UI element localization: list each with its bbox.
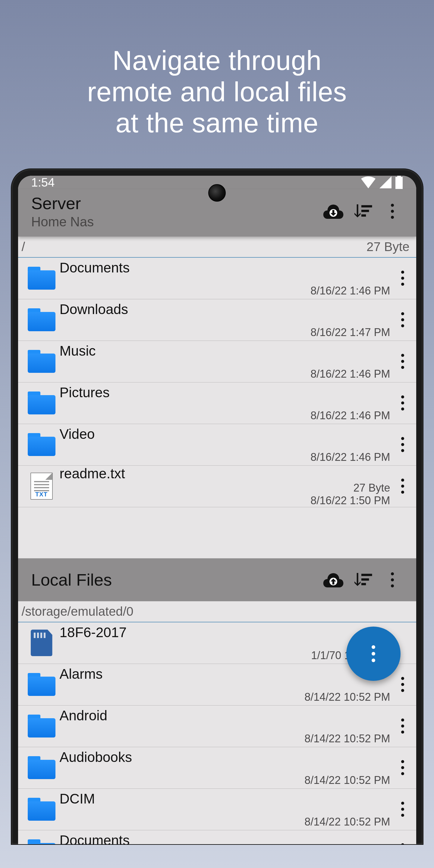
file-row[interactable]: Pictures8/16/22 1:46 PM <box>18 382 416 424</box>
file-main: Alarms8/14/22 10:52 PM <box>60 664 395 705</box>
row-more-button[interactable] <box>395 299 411 341</box>
file-meta: 8/16/22 1:46 PM <box>60 451 395 464</box>
file-main: DCIM8/14/22 10:52 PM <box>60 789 395 830</box>
more-vert-icon <box>401 478 404 494</box>
file-row[interactable]: Video8/16/22 1:46 PM <box>18 424 416 466</box>
file-icon-cell <box>24 267 60 290</box>
txt-file-icon: TXT <box>30 472 53 500</box>
cloud-download-button[interactable] <box>323 201 344 222</box>
file-name: Documents <box>60 832 395 844</box>
more-vert-icon <box>401 843 404 844</box>
file-main: Music8/16/22 1:46 PM <box>60 341 395 382</box>
file-row[interactable]: Audiobooks8/14/22 10:52 PM <box>18 747 416 789</box>
file-name: 18F6-2017 <box>60 624 395 641</box>
promo-line: Navigate through <box>113 45 321 76</box>
sort-button[interactable] <box>352 569 373 590</box>
file-date: 8/14/22 10:52 PM <box>304 774 390 786</box>
sort-icon <box>353 203 372 220</box>
phone-frame: 1:54 Server Home Nas / <box>11 169 423 844</box>
server-path-bar[interactable]: / 27 Byte <box>18 237 416 258</box>
file-date: 8/14/22 10:52 PM <box>304 815 390 828</box>
row-more-button[interactable] <box>395 664 411 705</box>
file-meta: 8/14/22 10:52 PM <box>60 815 395 828</box>
file-main: Android8/14/22 10:52 PM <box>60 706 395 747</box>
file-date: 8/16/22 1:46 PM <box>310 368 390 380</box>
file-meta: 8/16/22 1:46 PM <box>60 368 395 380</box>
more-vert-icon <box>401 718 404 734</box>
file-name: DCIM <box>60 790 395 807</box>
more-button[interactable] <box>382 569 403 590</box>
folder-icon <box>28 673 56 696</box>
local-path: /storage/emulated/0 <box>22 604 133 619</box>
more-vert-icon <box>401 271 404 286</box>
file-icon-cell <box>24 350 60 373</box>
folder-icon <box>28 267 56 290</box>
phone-screen: 1:54 Server Home Nas / <box>18 176 416 844</box>
file-row[interactable]: TXTreadme.txt27 Byte8/16/22 1:50 PM <box>18 466 416 507</box>
file-name: Video <box>60 426 395 442</box>
file-icon-cell <box>24 392 60 414</box>
file-row[interactable]: Downloads8/16/22 1:47 PM <box>18 299 416 341</box>
file-date: 8/14/22 10:52 PM <box>304 691 390 704</box>
folder-icon <box>28 433 56 456</box>
row-more-button[interactable] <box>395 341 411 382</box>
sd-card-icon <box>31 629 53 656</box>
sort-button[interactable] <box>352 201 373 222</box>
server-file-list[interactable]: Documents8/16/22 1:46 PMDownloads8/16/22… <box>18 258 416 507</box>
file-meta: 8/14/22 10:52 PM <box>60 774 395 786</box>
row-more-button[interactable] <box>395 789 411 830</box>
row-more-button[interactable] <box>395 466 411 507</box>
promo-headline: Navigate through remote and local files … <box>0 0 434 169</box>
row-more-button[interactable] <box>395 424 411 465</box>
file-row[interactable]: Android8/14/22 10:52 PM <box>18 706 416 747</box>
file-main: Video8/16/22 1:46 PM <box>60 424 395 465</box>
folder-icon <box>28 350 56 373</box>
more-vert-icon <box>401 437 404 452</box>
status-icons <box>361 176 403 189</box>
more-vert-icon <box>401 760 404 775</box>
battery-icon <box>395 176 403 189</box>
file-main: 18F6-20171/1/70 12:00 AM <box>60 622 395 664</box>
file-date: 8/16/22 1:46 PM <box>310 409 390 422</box>
more-vert-icon <box>401 354 404 369</box>
promo-line: at the same time <box>116 108 318 138</box>
file-row[interactable]: Music8/16/22 1:46 PM <box>18 341 416 382</box>
folder-icon <box>28 392 56 414</box>
local-path-bar[interactable]: /storage/emulated/0 <box>18 601 416 622</box>
file-icon-cell <box>24 756 60 779</box>
cloud-download-icon <box>323 204 344 219</box>
file-main: Documents8/16/22 1:46 PM <box>60 258 395 299</box>
more-vert-icon <box>391 204 394 219</box>
file-meta: 8/14/22 10:52 PM <box>60 733 395 745</box>
more-vert-icon <box>372 645 375 662</box>
more-vert-icon <box>391 572 394 587</box>
more-button[interactable] <box>382 201 403 222</box>
row-more-button[interactable] <box>395 830 411 844</box>
row-more-button[interactable] <box>395 382 411 424</box>
row-more-button[interactable] <box>395 706 411 747</box>
file-meta: 1/1/70 12:00 AM <box>60 649 395 662</box>
status-time: 1:54 <box>31 176 55 189</box>
file-name: readme.txt <box>60 465 395 482</box>
file-row[interactable]: DCIM8/14/22 10:52 PM <box>18 789 416 830</box>
file-name: Audiobooks <box>60 749 395 765</box>
file-row[interactable]: Documents8/14/22 10:52 PM <box>18 830 416 844</box>
file-date: 8/16/22 1:46 PM <box>310 284 390 297</box>
file-name: Android <box>60 707 395 724</box>
fab-button[interactable] <box>346 627 401 681</box>
row-more-button[interactable] <box>395 258 411 299</box>
file-row[interactable]: Documents8/16/22 1:46 PM <box>18 258 416 299</box>
file-date: 8/16/22 1:47 PM <box>310 326 390 339</box>
folder-icon <box>28 798 56 821</box>
row-more-button[interactable] <box>395 747 411 788</box>
cloud-upload-button[interactable] <box>323 569 344 590</box>
more-vert-icon <box>401 312 404 327</box>
more-vert-icon <box>401 802 404 817</box>
file-date: 8/16/22 1:46 PM <box>310 451 390 464</box>
file-icon-cell <box>24 798 60 821</box>
local-title: Local Files <box>31 570 314 590</box>
file-date: 8/16/22 1:50 PM <box>310 494 390 507</box>
file-meta: 8/16/22 1:46 PM <box>60 284 395 297</box>
file-icon-cell <box>24 629 60 656</box>
file-icon-cell <box>24 308 60 331</box>
